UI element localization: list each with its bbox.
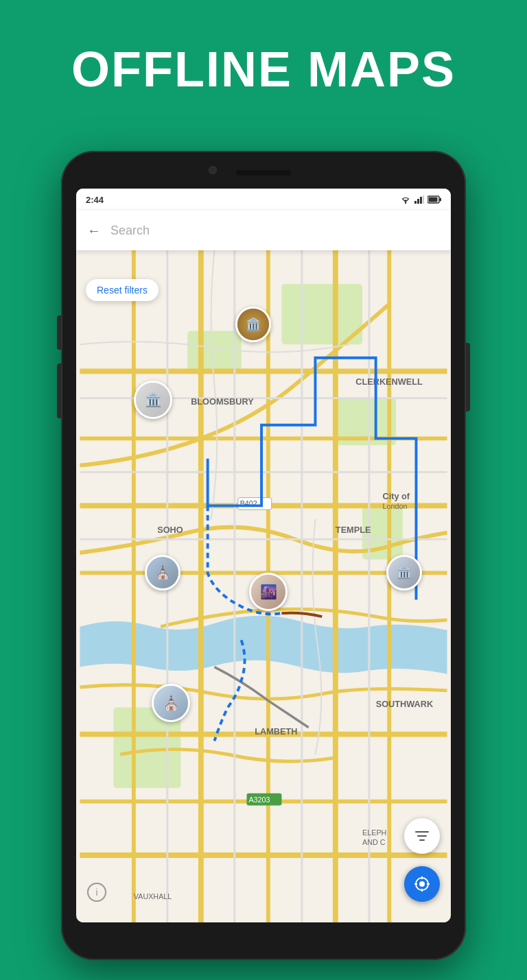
back-button[interactable]: ← [87, 223, 101, 239]
svg-text:SOHO: SOHO [157, 525, 183, 535]
filter-icon [414, 830, 430, 842]
svg-point-0 [405, 202, 406, 204]
svg-text:ELEPH: ELEPH [362, 828, 386, 837]
svg-text:VAUXHALL: VAUXHALL [134, 892, 172, 900]
svg-rect-2 [417, 199, 419, 204]
reset-filters-button[interactable]: Reset filters [86, 279, 159, 301]
phone-screen: 2:44 [76, 189, 451, 922]
svg-rect-10 [187, 331, 241, 372]
status-time: 2:44 [86, 195, 104, 205]
location-button[interactable] [404, 866, 440, 902]
svg-text:A3203: A3203 [248, 796, 270, 804]
info-button[interactable]: i [87, 883, 106, 902]
svg-rect-1 [414, 201, 417, 204]
svg-rect-3 [420, 197, 422, 204]
map-area: BLOOMSBURY CLERKENWELL SOHO TEMPLE SOUTH… [76, 211, 451, 922]
svg-point-51 [419, 881, 425, 887]
svg-rect-4 [423, 195, 424, 204]
svg-text:CLERKENWELL: CLERKENWELL [355, 377, 423, 387]
wifi-icon [400, 195, 411, 204]
page-title: OFFLINE MAPS [0, 41, 527, 97]
svg-text:TEMPLE: TEMPLE [336, 525, 371, 535]
search-bar[interactable]: ← Search [76, 211, 451, 250]
svg-text:London: London [382, 502, 407, 510]
svg-text:AND C: AND C [362, 838, 386, 846]
svg-text:SOUTHWARK: SOUTHWARK [376, 699, 434, 709]
poi-right-side[interactable]: 🏛️ [386, 555, 422, 590]
search-placeholder: Search [110, 224, 440, 238]
svg-rect-7 [429, 198, 438, 202]
svg-text:BLOOMSBURY: BLOOMSBURY [191, 396, 254, 407]
svg-text:LAMBETH: LAMBETH [255, 726, 297, 737]
status-bar: 2:44 [76, 189, 451, 211]
poi-waterfront[interactable]: 🌆 [249, 573, 288, 611]
poi-bottom-church[interactable]: ⛪ [152, 684, 190, 722]
signal-icon [414, 195, 424, 204]
phone-mockup: 2:44 [61, 151, 466, 960]
svg-text:City of: City of [382, 491, 410, 501]
phone-camera [209, 166, 217, 174]
poi-south-church[interactable]: ⛪ [145, 555, 180, 590]
battery-icon [428, 195, 441, 204]
status-icons [400, 195, 441, 204]
info-icon: i [95, 887, 97, 898]
location-icon [414, 876, 430, 892]
filter-button[interactable] [404, 818, 440, 854]
svg-rect-6 [440, 198, 442, 202]
poi-british-museum[interactable]: 🏛️ [235, 307, 271, 342]
poi-left-middle[interactable]: 🏛️ [134, 381, 172, 419]
